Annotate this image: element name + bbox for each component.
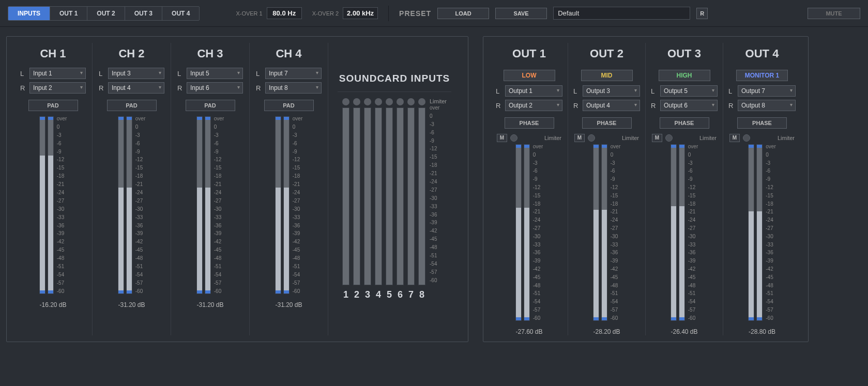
- output-title: OUT 3: [667, 47, 701, 60]
- tab-out-1[interactable]: OUT 1: [50, 7, 87, 20]
- load-button[interactable]: LOAD: [437, 8, 489, 19]
- channel-title: CH 3: [197, 47, 223, 60]
- phase-button[interactable]: PHASE: [505, 117, 554, 129]
- xover2-input[interactable]: [343, 7, 378, 19]
- preset-label: PRESET: [399, 9, 431, 18]
- output-channel-1: OUT 1 LOW L Output 1 R Output 2 PHASE M …: [491, 43, 568, 335]
- level-meter: [205, 116, 211, 294]
- right-label: R: [20, 84, 26, 92]
- input-channel-4: CH 4 L Input 7 R Input 8 PAD over0-3-6-9…: [250, 43, 328, 335]
- level-meter: [671, 144, 677, 321]
- tab-out-2[interactable]: OUT 2: [87, 7, 125, 20]
- db-readout: -27.60 dB: [515, 328, 542, 335]
- limiter-label: Limiter: [430, 98, 447, 104]
- right-label: R: [651, 102, 657, 110]
- level-meter: [593, 144, 599, 321]
- soundcard-title: SOUNDCARD INPUTS: [339, 73, 450, 84]
- soundcard-inputs: SOUNDCARD INPUTS12345678Limiterover0-3-6…: [328, 43, 461, 335]
- tab-inputs[interactable]: INPUTS: [8, 7, 50, 20]
- view-tabs: INPUTSOUT 1OUT 2OUT 3OUT 4: [8, 6, 200, 21]
- input-right-select[interactable]: Input 8: [265, 82, 322, 94]
- outputs-panel: OUT 1 LOW L Output 1 R Output 2 PHASE M …: [483, 36, 809, 342]
- input-right-select[interactable]: Input 2: [29, 82, 86, 94]
- right-label: R: [256, 84, 262, 92]
- output-name-field[interactable]: MONITOR 1: [736, 70, 788, 81]
- output-right-select[interactable]: Output 8: [738, 100, 796, 111]
- left-label: L: [728, 87, 735, 95]
- mute-button[interactable]: MUTE: [808, 8, 860, 19]
- meter-block: over0-3-6-9-12-15-18-21-24-27-30-33-36-3…: [118, 116, 145, 294]
- link-indicator[interactable]: [510, 134, 517, 142]
- top-toolbar: INPUTSOUT 1OUT 2OUT 3OUT 4 X-OVER 1 X-OV…: [0, 0, 868, 27]
- main-area: CH 1 L Input 1 R Input 2 PAD over0-3-6-9…: [0, 27, 868, 351]
- input-left-select[interactable]: Input 5: [187, 68, 243, 79]
- save-button[interactable]: SAVE: [495, 8, 547, 19]
- right-label: R: [728, 102, 735, 110]
- level-meter: [679, 144, 685, 321]
- input-right-select[interactable]: Input 4: [108, 82, 164, 94]
- pad-button[interactable]: PAD: [28, 100, 78, 111]
- link-indicator[interactable]: [743, 134, 750, 142]
- link-indicator[interactable]: [588, 134, 595, 142]
- db-readout: -31.20 dB: [118, 301, 145, 308]
- phase-button[interactable]: PHASE: [582, 117, 632, 129]
- output-channel-3: OUT 3 HIGH L Output 5 R Output 6 PHASE M…: [646, 43, 723, 335]
- pad-button[interactable]: PAD: [186, 100, 235, 111]
- level-meter: [756, 144, 763, 321]
- meter-block: over0-3-6-9-12-15-18-21-24-27-30-33-36-3…: [275, 116, 302, 294]
- xover2-label: X-OVER 2: [312, 10, 339, 17]
- right-label: R: [177, 84, 184, 92]
- left-label: L: [177, 70, 184, 78]
- channel-mute-button[interactable]: M: [729, 134, 740, 142]
- output-name-field[interactable]: LOW: [504, 70, 555, 81]
- input-left-select[interactable]: Input 1: [29, 68, 86, 79]
- output-title: OUT 2: [590, 47, 623, 60]
- meter-scale: over0-3-6-9-12-15-18-21-24-27-30-33-36-3…: [214, 116, 224, 294]
- tab-out-4[interactable]: OUT 4: [162, 7, 199, 20]
- preset-reset-button[interactable]: R: [696, 8, 708, 19]
- output-right-select[interactable]: Output 6: [660, 100, 718, 111]
- left-label: L: [20, 70, 26, 78]
- output-right-select[interactable]: Output 2: [505, 100, 562, 111]
- pad-button[interactable]: PAD: [264, 100, 314, 111]
- toolbar-divider: [388, 6, 389, 21]
- output-name-field[interactable]: MID: [581, 70, 633, 81]
- right-label: R: [573, 102, 580, 110]
- output-left-select[interactable]: Output 3: [583, 85, 640, 97]
- xover1-group: X-OVER 1: [236, 7, 301, 19]
- input-left-select[interactable]: Input 3: [108, 68, 164, 79]
- phase-button[interactable]: PHASE: [660, 117, 709, 129]
- level-meter: [39, 116, 45, 294]
- output-left-select[interactable]: Output 5: [660, 85, 718, 97]
- limiter-label: Limiter: [699, 135, 717, 141]
- output-channel-2: OUT 2 MID L Output 3 R Output 4 PHASE M …: [568, 43, 646, 335]
- phase-button[interactable]: PHASE: [737, 117, 787, 129]
- limiter-label: Limiter: [778, 135, 795, 141]
- preset-name-field[interactable]: Default: [553, 7, 690, 20]
- channel-mute-button[interactable]: M: [497, 134, 507, 142]
- right-label: R: [99, 84, 105, 92]
- xover1-input[interactable]: [267, 7, 302, 19]
- channel-title: CH 4: [276, 47, 301, 60]
- meter-block: over0-3-6-9-12-15-18-21-24-27-30-33-36-3…: [39, 116, 67, 294]
- pad-button[interactable]: PAD: [107, 100, 157, 111]
- meter-block: over0-3-6-9-12-15-18-21-24-27-30-33-36-3…: [593, 144, 620, 321]
- input-right-select[interactable]: Input 6: [187, 82, 243, 94]
- output-left-select[interactable]: Output 1: [505, 85, 562, 97]
- link-indicator[interactable]: [665, 134, 673, 142]
- left-label: L: [256, 70, 262, 78]
- meter-scale: over0-3-6-9-12-15-18-21-24-27-30-33-36-3…: [766, 144, 775, 321]
- xover1-label: X-OVER 1: [236, 10, 262, 17]
- level-meter: [275, 116, 281, 294]
- output-right-select[interactable]: Output 4: [583, 100, 640, 111]
- channel-mute-button[interactable]: M: [574, 134, 585, 142]
- meter-scale: over0-3-6-9-12-15-18-21-24-27-30-33-36-3…: [430, 105, 447, 283]
- channel-title: CH 2: [118, 47, 144, 60]
- output-channel-4: OUT 4 MONITOR 1 L Output 7 R Output 8 PH…: [723, 43, 801, 335]
- channel-mute-button[interactable]: M: [652, 134, 662, 142]
- tab-out-3[interactable]: OUT 3: [125, 7, 162, 20]
- output-left-select[interactable]: Output 7: [738, 85, 796, 97]
- output-name-field[interactable]: HIGH: [659, 70, 710, 81]
- input-left-select[interactable]: Input 7: [265, 68, 322, 79]
- input-channel-3: CH 3 L Input 5 R Input 6 PAD over0-3-6-9…: [171, 43, 250, 335]
